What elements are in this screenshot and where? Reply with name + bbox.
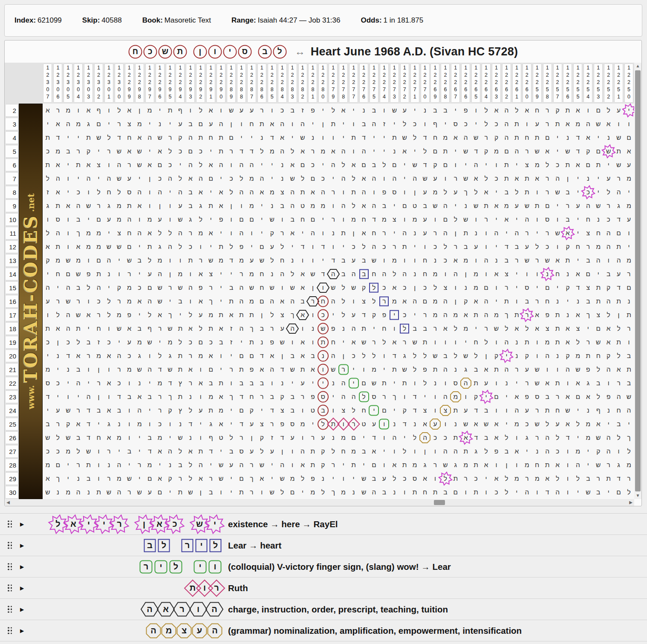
grid-cell: ו: [308, 308, 318, 322]
grid-cell: ח: [542, 295, 552, 308]
grid-cell: ש: [410, 158, 420, 172]
grid-cell: ע: [246, 254, 257, 267]
vertical-scroll-thumb[interactable]: [635, 70, 641, 491]
grid-cell: א: [298, 335, 308, 349]
grid-cell: מ: [532, 472, 542, 485]
drag-handle-icon[interactable]: [8, 606, 12, 613]
grid-cell: י: [379, 131, 389, 144]
grid-cell: ה: [440, 390, 451, 404]
info-field-value: 40588: [101, 16, 121, 24]
grid-cell: ש: [399, 131, 410, 144]
term-row[interactable]: ▶תורRuth: [0, 578, 647, 599]
grid-cell: י: [440, 117, 451, 131]
grid-cell: ו: [267, 104, 277, 117]
grid-cell: ם: [399, 199, 410, 213]
term-row[interactable]: ▶בלרילLear → heart: [0, 535, 647, 556]
grid-cell: י: [267, 458, 277, 472]
grid-cell: ו: [216, 349, 226, 363]
grid-cell: ב: [359, 254, 369, 267]
grid-cell: ל: [420, 144, 430, 158]
grid-cell: ד: [84, 417, 94, 431]
grid-cell-highlight-star: י: [624, 104, 634, 117]
grid-cell: ד: [573, 281, 583, 295]
grid-cell: ק: [175, 131, 185, 144]
drag-handle-icon[interactable]: [8, 584, 12, 592]
grid-cell: כ: [308, 158, 318, 172]
grid-cell: ה: [53, 172, 63, 185]
drag-handle-icon[interactable]: [8, 627, 12, 634]
grid-cell: א: [73, 417, 84, 431]
grid-cell: ח: [359, 404, 369, 417]
term-letter-hexagon: א: [157, 602, 175, 617]
grid-cell: ם: [542, 131, 552, 144]
grid-cell: ת: [216, 376, 226, 390]
scroll-up-icon[interactable]: ▲: [634, 63, 641, 69]
grid-cell: א: [389, 458, 399, 472]
row-number: 25: [5, 418, 18, 430]
scroll-left-icon[interactable]: ◀: [5, 499, 12, 506]
grid-cell: ר: [155, 322, 165, 335]
column-header: 12289: [226, 64, 237, 103]
term-row[interactable]: ▶המצעה(grammar) nominalization, amplific…: [0, 620, 647, 641]
drag-handle-icon[interactable]: [8, 563, 12, 570]
grid-cell: ה: [165, 172, 175, 185]
title-terms: חכשתןויסבל: [128, 45, 287, 59]
grid-cell: צ: [359, 295, 369, 308]
grid-cell: ל: [420, 376, 430, 390]
vertical-scrollbar[interactable]: ▲ ▼: [634, 63, 641, 499]
grid-cell: כ: [552, 158, 563, 172]
grid-cell: ה: [369, 485, 379, 499]
column-header: 12300: [114, 64, 124, 103]
grid-cell: א: [349, 158, 359, 172]
grid-cell: ד: [542, 485, 552, 499]
grid-cell: ה: [175, 226, 185, 240]
term-letter-star: כ: [165, 515, 185, 534]
grid-cell: ב: [501, 254, 511, 267]
grid-cell: ו: [84, 295, 94, 308]
grid-cell: ד: [369, 431, 379, 445]
column-header: 12276: [359, 64, 369, 103]
grid-cell: כ: [43, 335, 53, 349]
drag-handle-icon[interactable]: [8, 520, 12, 528]
grid-cell: ו: [185, 267, 196, 281]
expand-arrow-icon[interactable]: ▶: [20, 606, 24, 612]
horizontal-scroll-thumb[interactable]: [434, 500, 445, 505]
drag-handle-icon[interactable]: [8, 542, 12, 549]
scroll-right-icon[interactable]: ▶: [627, 499, 634, 506]
grid-cell: א: [144, 158, 155, 172]
expand-arrow-icon[interactable]: ▶: [20, 543, 24, 549]
term-row[interactable]: ▶לאיירןאכשיexistence → here → RayEl: [0, 514, 647, 535]
expand-arrow-icon[interactable]: ▶: [20, 521, 24, 527]
term-letter-group: ריל: [139, 560, 183, 574]
expand-arrow-icon[interactable]: ▶: [20, 564, 24, 570]
row-number: 20: [5, 349, 18, 362]
row-number: 19: [5, 336, 18, 349]
grid-cell: ר: [53, 295, 63, 308]
grid-cell: ר: [226, 144, 237, 158]
grid-cell: ע: [318, 431, 328, 445]
column-header: 12304: [73, 64, 84, 103]
scroll-down-icon[interactable]: ▼: [634, 492, 641, 499]
grid-cell-highlight-hex: ה: [287, 322, 298, 335]
term-row[interactable]: ▶ריליו(colloquial) V-victory finger sign…: [0, 556, 647, 578]
grid-cell: ח: [420, 254, 430, 267]
grid-cell: ד: [185, 417, 196, 431]
grid-cell: ם: [155, 158, 165, 172]
term-row[interactable]: ▶הארוהcharge, instruction, order, prescr…: [0, 599, 647, 620]
grid-cell: ר: [532, 295, 542, 308]
grid-cell: ב: [226, 281, 237, 295]
grid-cell: ש: [134, 485, 144, 499]
horizontal-scrollbar[interactable]: ◀ ▶: [5, 499, 634, 506]
grid-cell: מ: [318, 144, 328, 158]
grid-cell: ב: [420, 322, 430, 335]
grid-cell: ו: [389, 322, 399, 335]
grid-cell: ר: [481, 322, 491, 335]
grid-cell: צ: [583, 281, 593, 295]
grid-cell: מ: [440, 131, 451, 144]
grid-cell: י: [43, 267, 53, 281]
expand-arrow-icon[interactable]: ▶: [20, 628, 24, 634]
expand-arrow-icon[interactable]: ▶: [20, 585, 24, 591]
grid-cell: י: [451, 199, 461, 213]
grid-cell: ם: [542, 281, 552, 295]
grid-cell: ה: [399, 226, 410, 240]
